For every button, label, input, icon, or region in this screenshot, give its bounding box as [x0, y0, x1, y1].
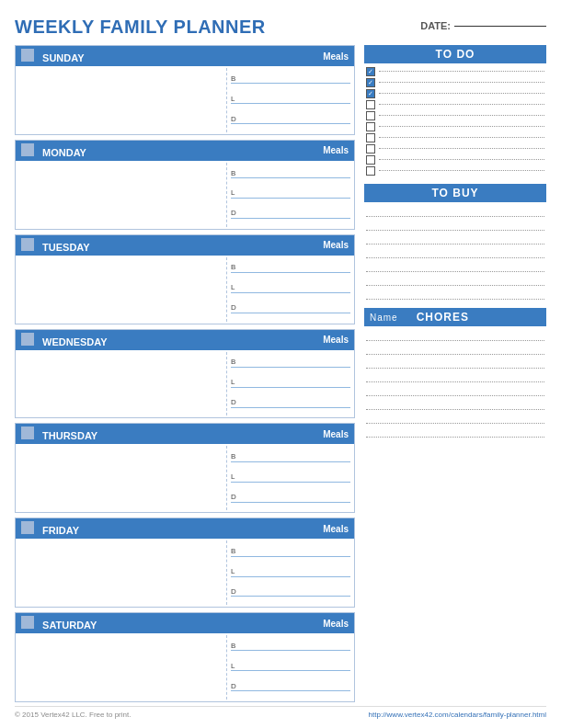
- day-icon-sunday: [21, 49, 34, 62]
- todo-item-9[interactable]: [366, 166, 544, 176]
- meal-line-D[interactable]: [231, 123, 350, 124]
- meal-label-L: L: [231, 378, 350, 387]
- day-block-monday: MONDAY Meals B L D: [15, 140, 355, 230]
- day-icon-friday: [21, 521, 34, 534]
- tobuy-line-1[interactable]: [366, 220, 544, 231]
- meal-line-L[interactable]: [231, 670, 350, 671]
- meal-line-B[interactable]: [231, 650, 350, 651]
- meals-label-tuesday: Meals: [323, 240, 349, 250]
- meal-line-B[interactable]: [231, 556, 350, 557]
- day-header-tuesday: TUESDAY Meals: [16, 235, 354, 256]
- meal-label-L: L: [231, 472, 350, 482]
- meal-line-D[interactable]: [231, 596, 350, 597]
- day-block-tuesday: TUESDAY Meals B L D: [15, 234, 355, 324]
- meal-label-D: D: [231, 682, 350, 691]
- chores-name-label: Name: [370, 313, 398, 323]
- meal-label-L: L: [231, 95, 350, 104]
- todo-item-8[interactable]: [366, 155, 544, 165]
- day-name-thursday: THURSDAY: [42, 430, 97, 441]
- meal-line-L[interactable]: [231, 576, 350, 577]
- todo-checkbox-1[interactable]: [366, 78, 375, 87]
- todo-checkbox-2[interactable]: [366, 89, 375, 98]
- meal-line-D[interactable]: [231, 407, 350, 408]
- meal-label-B: B: [231, 74, 350, 84]
- tobuy-line-2[interactable]: [366, 233, 544, 245]
- todo-item-5[interactable]: [366, 122, 544, 131]
- meal-line-B[interactable]: [231, 83, 350, 84]
- footer-url[interactable]: http://www.vertex42.com/calendars/family…: [369, 711, 546, 719]
- todo-item-0[interactable]: [366, 67, 544, 76]
- day-notes-saturday[interactable]: [19, 635, 227, 700]
- todo-line-2: [379, 93, 544, 94]
- chore-line-7[interactable]: [366, 427, 544, 438]
- chore-line-1[interactable]: [366, 344, 544, 355]
- day-header-friday: FRIDAY Meals: [16, 518, 354, 539]
- todo-header: TO DO: [364, 45, 546, 63]
- meal-line-L[interactable]: [231, 103, 350, 104]
- tobuy-line-5[interactable]: [366, 275, 544, 286]
- meals-label-monday: Meals: [323, 145, 349, 155]
- todo-item-7[interactable]: [366, 144, 544, 154]
- todo-checkbox-5[interactable]: [366, 122, 375, 131]
- tobuy-header: TO BUY: [364, 184, 546, 202]
- todo-item-2[interactable]: [366, 89, 544, 98]
- tobuy-line-3[interactable]: [366, 247, 544, 258]
- meal-row-d-monday: D: [231, 209, 350, 221]
- todo-line-8: [379, 159, 544, 160]
- chore-line-5[interactable]: [366, 399, 544, 410]
- tobuy-line-0[interactable]: [366, 206, 544, 217]
- meal-line-D[interactable]: [231, 502, 350, 503]
- meal-label-D: D: [231, 587, 350, 597]
- date-input-line[interactable]: [454, 26, 546, 27]
- chore-line-3[interactable]: [366, 371, 544, 382]
- todo-checkbox-6[interactable]: [366, 133, 375, 142]
- meal-line-B[interactable]: [231, 461, 350, 462]
- todo-line-5: [379, 126, 544, 127]
- todo-checkbox-0[interactable]: [366, 67, 375, 76]
- day-notes-monday[interactable]: [19, 163, 227, 227]
- meal-line-D[interactable]: [231, 690, 350, 691]
- meal-label-B: B: [231, 263, 350, 272]
- chore-line-6[interactable]: [366, 413, 544, 424]
- meal-line-L[interactable]: [231, 387, 350, 388]
- todo-line-3: [379, 104, 544, 105]
- tobuy-line-6[interactable]: [366, 289, 544, 300]
- todo-checkbox-4[interactable]: [366, 111, 375, 120]
- todo-item-6[interactable]: [366, 133, 544, 142]
- chore-line-4[interactable]: [366, 385, 544, 396]
- chores-lines: [364, 326, 546, 702]
- tobuy-line-4[interactable]: [366, 261, 544, 272]
- chores-title: CHORES: [417, 311, 469, 324]
- chore-line-0[interactable]: [366, 330, 544, 341]
- footer-copyright: © 2015 Vertex42 LLC. Free to print.: [15, 711, 131, 719]
- meal-row-b-sunday: B: [231, 74, 350, 86]
- meal-row-l-thursday: L: [231, 472, 350, 484]
- todo-item-1[interactable]: [366, 78, 544, 87]
- meals-col-monday: B L D: [231, 163, 350, 227]
- todo-checkbox-8[interactable]: [366, 155, 375, 165]
- chores-header: Name CHORES: [364, 308, 546, 326]
- meals-label-friday: Meals: [323, 524, 349, 534]
- day-notes-tuesday[interactable]: [19, 257, 227, 322]
- day-notes-wednesday[interactable]: [19, 352, 227, 416]
- todo-checkbox-7[interactable]: [366, 144, 375, 154]
- todo-item-3[interactable]: [366, 100, 544, 109]
- meal-line-D[interactable]: [231, 313, 350, 313]
- day-notes-friday[interactable]: [19, 540, 227, 605]
- todo-checkbox-3[interactable]: [366, 100, 375, 109]
- meal-line-L[interactable]: [231, 482, 350, 483]
- meal-label-D: D: [231, 493, 350, 502]
- day-block-sunday: SUNDAY Meals B L D: [15, 45, 355, 135]
- chore-line-2[interactable]: [366, 358, 544, 369]
- todo-item-4[interactable]: [366, 111, 544, 120]
- day-body-sunday: B L D: [16, 66, 354, 134]
- meal-line-L[interactable]: [231, 198, 350, 199]
- meal-line-L[interactable]: [231, 292, 350, 293]
- meal-line-B[interactable]: [231, 367, 350, 368]
- meal-line-D[interactable]: [231, 218, 350, 219]
- meal-line-B[interactable]: [231, 272, 350, 273]
- day-notes-thursday[interactable]: [19, 446, 227, 510]
- todo-checkbox-9[interactable]: [366, 166, 375, 176]
- day-notes-sunday[interactable]: [19, 68, 227, 132]
- meal-line-B[interactable]: [231, 177, 350, 178]
